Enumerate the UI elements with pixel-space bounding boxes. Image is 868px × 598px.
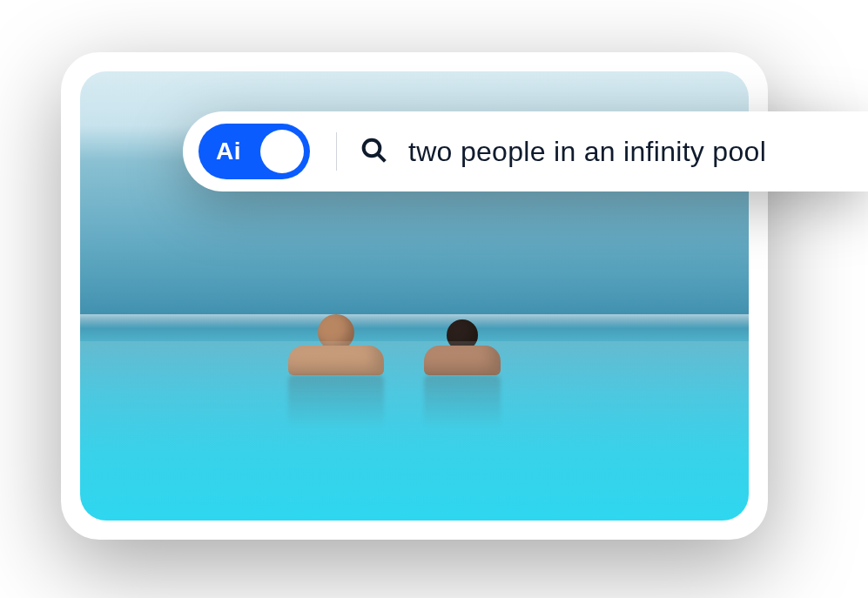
ai-toggle-label: Ai [216, 138, 241, 165]
svg-point-0 [364, 140, 380, 157]
ai-toggle-knob [260, 130, 304, 173]
search-divider [336, 132, 337, 171]
person-left [318, 314, 384, 375]
search-icon [360, 136, 387, 167]
search-input[interactable] [408, 136, 861, 168]
ai-toggle[interactable]: Ai [198, 124, 310, 179]
person-right [447, 319, 501, 375]
search-bar: Ai [183, 111, 868, 191]
svg-line-1 [378, 154, 385, 161]
hero-figures [294, 278, 589, 413]
